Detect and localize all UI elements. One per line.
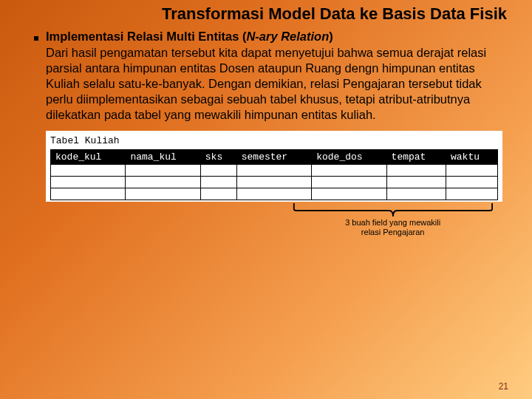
column-header: sks [200,149,236,164]
table-cell [126,188,200,200]
subtitle-italic: N-ary Relation [246,30,329,43]
table-cell [200,176,236,188]
table-cell [446,188,498,200]
brace-caption-line1: 3 buah field yang mewakili [345,218,440,227]
bullet-icon [34,36,38,41]
table-cell [126,176,200,188]
column-header: nama_kul [126,149,200,164]
table-cell [126,164,200,176]
column-header: kode_dos [312,149,386,164]
column-header: tempat [386,149,446,164]
brace-caption: 3 buah field yang mewakili relasi Pengaj… [293,218,494,237]
table-label: Tabel Kuliah [50,135,498,146]
subtitle-close: ) [329,30,333,43]
brace-icon [293,202,494,218]
table-row [51,188,498,200]
column-header: kode_kul [51,149,126,164]
table-cell [446,176,498,188]
column-header: waktu [446,149,498,164]
body-paragraph: Dari hasil pengamatan tersebut kita dapa… [34,45,511,123]
table-cell [386,188,446,200]
table-cell [200,164,236,176]
table-cell [312,176,386,188]
table-cell [51,164,126,176]
slide-title: Transformasi Model Data ke Basis Data Fi… [21,4,511,24]
column-header: semester [236,149,311,164]
table-cell [51,188,126,200]
table-cell [236,164,311,176]
page-number: 21 [499,381,508,392]
table-cell [386,176,446,188]
table-cell [51,176,126,188]
table-kuliah: Tabel Kuliah kode_kulnama_kulskssemester… [46,131,502,202]
table-cell [200,188,236,200]
table-cell [312,188,386,200]
table-row [51,164,498,176]
table-cell [236,176,311,188]
table-cell [236,188,311,200]
subtitle-text: Implementasi Relasi Multi Entitas ( [46,30,246,43]
table-cell [386,164,446,176]
table-cell [446,164,498,176]
subtitle: Implementasi Relasi Multi Entitas (N-ary… [46,30,333,44]
table-row [51,176,498,188]
data-table: kode_kulnama_kulskssemesterkode_dostempa… [50,149,498,200]
table-cell [312,164,386,176]
brace-caption-line2: relasi Pengajaran [361,228,425,236]
